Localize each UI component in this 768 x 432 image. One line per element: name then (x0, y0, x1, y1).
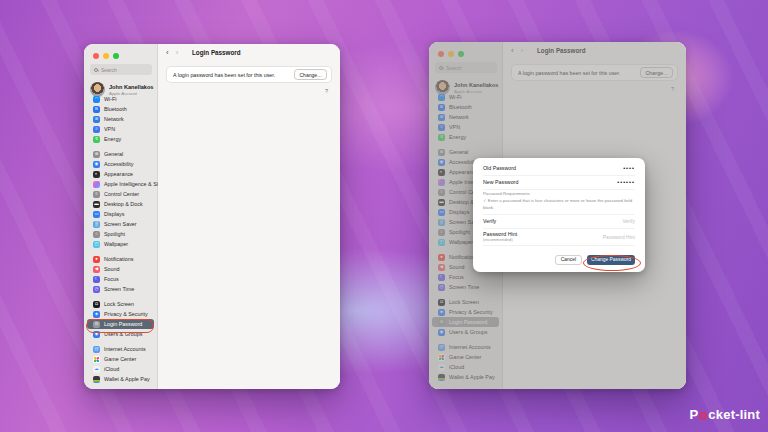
new-password-row: New Password •••••• (483, 176, 635, 188)
sidebar-item-screen-time[interactable]: ◷Screen Time (87, 284, 154, 294)
page-title: Login Password (192, 49, 241, 56)
sidebar-item-label: Energy (104, 136, 121, 142)
sidebar-item-displays[interactable]: ▭Displays (87, 209, 154, 219)
sidebar-item-network[interactable]: ⊕Network (87, 114, 154, 124)
sidebar-item-vpn[interactable]: ≡VPN (87, 124, 154, 134)
dialog-buttons: Cancel Change Password (555, 255, 635, 266)
sidebar-item-privacy-security[interactable]: ◈Privacy & Security (87, 309, 154, 319)
pocket-lint-logo: P cket-lint (689, 407, 760, 422)
apple-intelligence-siri-icon (93, 181, 100, 188)
sidebar-item-desktop-dock[interactable]: ▬Desktop & Dock (87, 199, 154, 209)
password-requirements-title: Password Requirements (483, 191, 530, 196)
sidebar-item-appearance[interactable]: ◐Appearance (87, 169, 154, 179)
password-status-text: A login password has been set for this u… (173, 72, 275, 78)
sidebar-item-users-groups[interactable]: ◉Users & Groups (87, 329, 154, 339)
logo-text-suffix: cket-lint (708, 407, 760, 422)
displays-icon: ▭ (93, 211, 100, 218)
back-icon[interactable]: ‹ (166, 48, 169, 58)
change-password-dialog: Old Password •••• New Password •••••• Pa… (473, 158, 645, 272)
sidebar-item-label: Privacy & Security (104, 311, 148, 317)
sidebar-item-label: Network (104, 116, 124, 122)
sidebar-item-screen-saver[interactable]: ▒Screen Saver (87, 219, 154, 229)
sidebar-item-label: General (104, 151, 123, 157)
sidebar-item-general[interactable]: ⊛General (87, 149, 154, 159)
sidebar-item-accessibility[interactable]: ◉Accessibility (87, 159, 154, 169)
search-placeholder: Search (101, 67, 117, 73)
sidebar-item-notifications[interactable]: ●Notifications (87, 254, 154, 264)
sidebar-item-spotlight[interactable]: ○Spotlight (87, 229, 154, 239)
sidebar-item-label: Apple Intelligence & Siri (104, 181, 161, 187)
screen-saver-icon: ▒ (93, 221, 100, 228)
cancel-button[interactable]: Cancel (555, 255, 582, 266)
energy-icon: ↯ (93, 136, 100, 143)
sidebar-item-lock-screen[interactable]: ◘Lock Screen (87, 299, 154, 309)
old-password-field[interactable]: •••• (623, 165, 635, 171)
sidebar-item-wifi[interactable]: ◠Wi-Fi (87, 94, 154, 104)
forward-icon[interactable]: › (176, 48, 179, 58)
old-password-row: Old Password •••• (483, 162, 635, 174)
logo-text-prefix: P (689, 407, 698, 422)
vpn-icon: ≡ (93, 126, 100, 133)
wallpaper-icon: ◰ (93, 241, 100, 248)
internet-accounts-icon: @ (93, 346, 100, 353)
sidebar: Search John Kanellakos Apple Account ◠Wi… (84, 44, 158, 389)
appearance-icon: ◐ (93, 171, 100, 178)
sidebar-item-focus[interactable]: ☾Focus (87, 274, 154, 284)
password-requirements-text: ✓ Enter a password that is four characte… (483, 198, 637, 211)
change-password-button[interactable]: Change… (294, 69, 327, 80)
privacy-security-icon: ◈ (93, 311, 100, 318)
verify-row: Verify Verify (483, 215, 635, 227)
sidebar-item-wallet-apple-pay[interactable]: Wallet & Apple Pay (87, 374, 154, 384)
focus-icon: ☾ (93, 276, 100, 283)
login-password-pane: ‹ › Login Password A login password has … (158, 44, 340, 389)
sidebar-item-label: Wallpaper (104, 241, 128, 247)
sidebar-item-label: Game Center (104, 356, 136, 362)
sound-icon: ◀ (93, 266, 100, 273)
password-hint-row: Password Hint (recommended) Password Hin… (483, 229, 635, 244)
sidebar-item-label: Appearance (104, 171, 133, 177)
zoom-button[interactable] (113, 53, 119, 59)
sidebar-item-icloud[interactable]: ☁iCloud (87, 364, 154, 374)
notifications-icon: ● (93, 256, 100, 263)
accessibility-icon: ◉ (93, 161, 100, 168)
close-button[interactable] (93, 53, 99, 59)
sidebar-item-label: Accessibility (104, 161, 133, 167)
logo-ring-icon (699, 412, 707, 420)
verify-label: Verify (483, 218, 496, 224)
sidebar-item-sound[interactable]: ◀Sound (87, 264, 154, 274)
sidebar-item-label: Screen Time (104, 286, 134, 292)
spotlight-icon: ○ (93, 231, 100, 238)
sidebar-item-game-center[interactable]: Game Center (87, 354, 154, 364)
sidebar-item-apple-intelligence-siri[interactable]: Apple Intelligence & Siri (87, 179, 154, 189)
sidebar-item-label: Desktop & Dock (104, 201, 143, 207)
sidebar-item-bluetooth[interactable]: BBluetooth (87, 104, 154, 114)
sidebar-item-label: Bluetooth (104, 106, 127, 112)
sidebar-item-label: Users & Groups (104, 331, 142, 337)
sidebar-item-label: Wallet & Apple Pay (104, 376, 150, 382)
sidebar-item-login-password[interactable]: ⊙Login Password (87, 319, 154, 329)
new-password-label: New Password (483, 179, 518, 185)
new-password-field[interactable]: •••••• (617, 179, 635, 185)
sidebar-item-control-center[interactable]: ≡Control Center (87, 189, 154, 199)
nav-buttons: ‹ › (166, 48, 178, 58)
sidebar-item-internet-accounts[interactable]: @Internet Accounts (87, 344, 154, 354)
window-controls (93, 53, 119, 59)
lock-screen-icon: ◘ (93, 301, 100, 308)
users-groups-icon: ◉ (93, 331, 100, 338)
minimize-button[interactable] (103, 53, 109, 59)
change-password-submit-button[interactable]: Change Password (587, 255, 635, 266)
control-center-icon: ≡ (93, 191, 100, 198)
help-button[interactable]: ? (325, 88, 328, 94)
verify-field[interactable]: Verify (622, 218, 635, 224)
sidebar-item-energy[interactable]: ↯Energy (87, 134, 154, 144)
search-input[interactable]: Search (90, 64, 152, 75)
sidebar-item-label: Notifications (104, 256, 133, 262)
bluetooth-icon: B (93, 106, 100, 113)
sidebar-item-wallpaper[interactable]: ◰Wallpaper (87, 239, 154, 249)
sidebar-item-label: Login Password (104, 321, 142, 327)
sidebar-item-label: Focus (104, 276, 119, 282)
sidebar-item-label: Wi-Fi (104, 96, 117, 102)
password-hint-field[interactable]: Password Hint (603, 234, 635, 240)
sidebar-item-label: Sound (104, 266, 120, 272)
wallet-apple-pay-icon (93, 376, 100, 383)
